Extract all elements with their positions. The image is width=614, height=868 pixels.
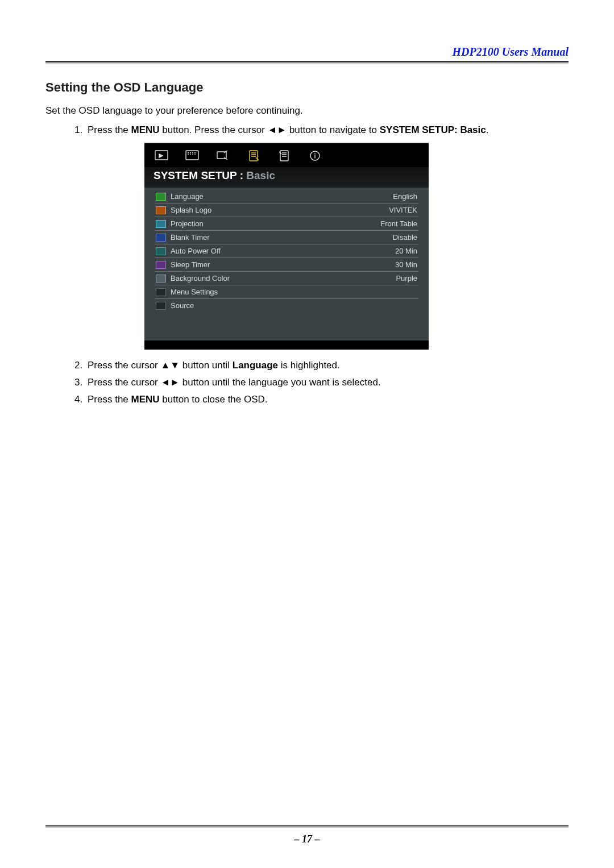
blank-timer-icon: [156, 234, 166, 242]
osd-tab-source[interactable]: [214, 149, 232, 163]
footer-rule: [45, 825, 569, 828]
step-4-menu: MENU: [131, 394, 160, 405]
osd-label: Splash Logo: [171, 206, 355, 214]
osd-label: Language: [171, 192, 355, 201]
osd-row-projection[interactable]: Projection Front Table: [155, 217, 418, 231]
osd-tab-display[interactable]: [183, 149, 201, 163]
step-2-text-a: Press the cursor ▲▼ button until: [88, 360, 233, 371]
osd-tab-system-advanced[interactable]: [275, 149, 293, 163]
step-4-text-a: Press the: [88, 394, 131, 405]
source-icon: [156, 302, 166, 310]
osd-value: English: [355, 192, 417, 201]
doc-header-title: HDP2100 Users Manual: [45, 45, 569, 61]
osd-panel: SYSTEM SETUP : Basic Language English Sp…: [144, 143, 429, 350]
osd-value: 30 Min: [355, 260, 417, 269]
osd-heading-a: SYSTEM SETUP :: [154, 169, 246, 181]
step-1-text-e: .: [486, 124, 489, 135]
step-2-language: Language: [233, 360, 278, 371]
intro-text: Set the OSD language to your preference …: [45, 105, 569, 117]
osd-footer-bar: [144, 340, 429, 350]
osd-value: 20 Min: [355, 247, 417, 255]
svg-rect-4: [250, 151, 258, 161]
osd-tab-picture[interactable]: [152, 149, 171, 163]
svg-rect-3: [217, 152, 226, 159]
osd-tab-info[interactable]: [306, 149, 324, 163]
step-1-text-c: button. Press the cursor ◄► button to na…: [160, 124, 380, 135]
osd-label: Menu Settings: [171, 288, 355, 296]
osd-value: Disable: [355, 233, 417, 242]
osd-row-auto-power-off[interactable]: Auto Power Off 20 Min: [155, 244, 418, 258]
osd-label: Projection: [171, 219, 355, 228]
step-2: Press the cursor ▲▼ button until Languag…: [85, 360, 569, 371]
sleep-timer-icon: [156, 261, 166, 269]
projection-icon: [156, 220, 166, 228]
osd-heading-b: Basic: [246, 169, 275, 181]
osd-row-bg-color[interactable]: Background Color Purple: [155, 272, 418, 285]
bg-color-icon: [156, 275, 166, 283]
osd-label: Sleep Timer: [171, 260, 355, 269]
osd-body: Language English Splash Logo VIVITEK Pro…: [144, 188, 429, 340]
step-1: Press the MENU button. Press the cursor …: [85, 124, 569, 350]
osd-value: VIVITEK: [355, 206, 417, 214]
auto-power-icon: [156, 247, 166, 255]
osd-row-language[interactable]: Language English: [155, 190, 418, 203]
header-rule: [45, 61, 569, 64]
osd-row-splash[interactable]: Splash Logo VIVITEK: [155, 203, 418, 217]
osd-tab-bar: [144, 143, 429, 167]
step-3: Press the cursor ◄► button until the lan…: [85, 377, 569, 388]
osd-heading: SYSTEM SETUP : Basic: [144, 167, 429, 188]
osd-label: Background Color: [171, 274, 355, 283]
page-number: – 17 –: [0, 833, 614, 845]
osd-row-menu-settings[interactable]: Menu Settings: [155, 285, 418, 299]
osd-label: Auto Power Off: [171, 247, 355, 255]
step-4-text-c: button to close the OSD.: [160, 394, 268, 405]
osd-row-sleep-timer[interactable]: Sleep Timer 30 Min: [155, 258, 418, 272]
osd-label: Source: [171, 301, 355, 310]
osd-label: Blank Timer: [171, 233, 355, 242]
step-1-menu: MENU: [131, 124, 160, 135]
osd-tab-system-basic[interactable]: [244, 149, 263, 163]
menu-settings-icon: [156, 288, 166, 296]
step-4: Press the MENU button to close the OSD.: [85, 394, 569, 405]
svg-rect-5: [280, 151, 288, 161]
splash-icon: [156, 206, 166, 214]
svg-marker-1: [159, 154, 163, 157]
osd-row-blank-timer[interactable]: Blank Timer Disable: [155, 231, 418, 244]
osd-value: Purple: [355, 274, 417, 283]
osd-value: Front Table: [355, 219, 417, 228]
steps-list: Press the MENU button. Press the cursor …: [85, 124, 569, 405]
step-2-text-c: is highlighted.: [278, 360, 340, 371]
step-1-text-a: Press the: [88, 124, 131, 135]
language-icon: [156, 193, 166, 201]
osd-row-source[interactable]: Source: [155, 299, 418, 312]
section-heading: Setting the OSD Language: [45, 80, 569, 95]
step-1-target: SYSTEM SETUP: Basic: [380, 124, 486, 135]
